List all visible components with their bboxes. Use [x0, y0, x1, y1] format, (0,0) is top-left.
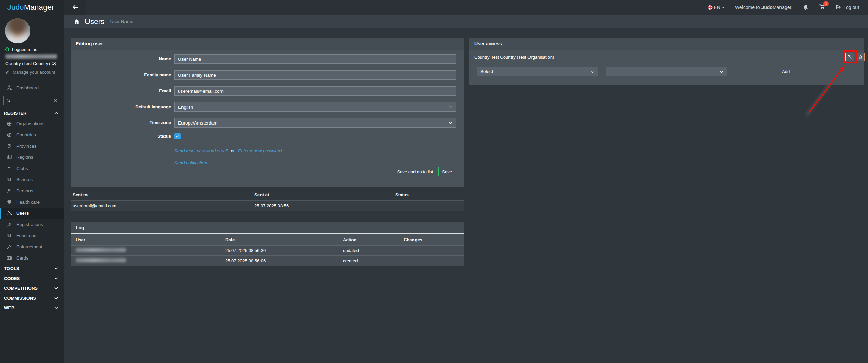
sidebar-item-regions[interactable]: Regions [0, 152, 64, 163]
logout-button[interactable]: Log out [835, 5, 859, 10]
caret-down-icon [721, 6, 725, 9]
name-label: Name [71, 54, 171, 64]
access-secondary-select[interactable] [606, 67, 727, 76]
form-row-status: Status [71, 133, 464, 142]
panel-title: Editing user [71, 38, 464, 50]
user-access-title: User access [469, 38, 864, 50]
topbar: EN Welcome to JudoManager. 1 Log out [86, 0, 868, 15]
table-row: 25.07.2025 08:56:06 created [71, 255, 464, 266]
save-button[interactable]: Save [438, 167, 456, 176]
sidebar-item-users[interactable]: Users [0, 208, 64, 219]
section-competitions[interactable]: COMPETITIONS [0, 283, 64, 293]
search-input[interactable] [13, 98, 52, 103]
graduation-cap-icon [7, 177, 12, 182]
log-title: Log [71, 222, 464, 234]
key-icon [847, 55, 852, 59]
page-title: Users [85, 17, 104, 26]
family-name-field[interactable] [174, 70, 456, 80]
enter-new-password-link[interactable]: Enter a new password [238, 148, 282, 153]
add-access-button[interactable]: Add [778, 67, 791, 76]
form-row-name: Name [71, 54, 464, 64]
switch-organisation-icon[interactable] [52, 61, 57, 66]
back-button[interactable] [64, 0, 86, 15]
status-checkbox[interactable] [174, 133, 181, 139]
sidebar-item-clubs[interactable]: Clubs [0, 163, 64, 174]
sent-emails-table: Sent to Sent at Status useremail@email.c… [71, 189, 464, 211]
logo-manager: Manager [24, 3, 54, 12]
default-language-label: Default language [71, 102, 171, 112]
sidebar-item-functions[interactable]: Functions [0, 230, 64, 241]
cart-button[interactable]: 1 [819, 4, 825, 11]
users-icon [7, 211, 12, 216]
sidebar-item-dashboard[interactable]: Dashboard [0, 82, 64, 93]
redacted-user-email [76, 258, 126, 262]
manage-account-link[interactable]: Manage your account [5, 70, 64, 75]
heart-icon [7, 199, 12, 205]
welcome-text: Welcome to JudoManager. [735, 5, 792, 10]
section-commissions[interactable]: COMMISSIONS [0, 293, 64, 303]
globe-icon [7, 121, 12, 126]
sidebar-item-organisations[interactable]: Organisations [0, 118, 64, 129]
sidebar-item-persons[interactable]: Persons [0, 185, 64, 196]
cart-badge: 1 [823, 1, 829, 6]
form-row-family-name: Family name [71, 70, 464, 80]
id-card-icon [7, 255, 12, 261]
log-panel: Log User Date Action Changes 25.07.2025 … [71, 222, 464, 266]
notification-link-row: Send notification [174, 160, 207, 165]
redacted-user-email [5, 54, 57, 59]
globe-icon [7, 132, 12, 137]
section-web[interactable]: WEB [0, 303, 64, 313]
sidebar-item-enforcement[interactable]: Enforcement [0, 241, 64, 252]
email-field[interactable] [174, 86, 456, 96]
logged-in-as: Logged in as [5, 47, 64, 52]
access-organisation-row: Country Test Country (Test Organisation) [469, 51, 864, 63]
register-nav-list: Organisations Countries Provinces Region… [0, 118, 64, 264]
email-label: Email [71, 86, 171, 96]
sidebar-item-countries[interactable]: Countries [0, 129, 64, 140]
sidebar-item-health-care[interactable]: Health care [0, 196, 64, 208]
send-reset-password-link[interactable]: Send reset password email [174, 148, 228, 153]
clear-search-icon[interactable] [54, 98, 58, 103]
section-tools[interactable]: TOOLS [0, 264, 64, 273]
delete-access-button[interactable] [856, 53, 865, 61]
time-zone-label: Time zone [71, 118, 171, 128]
access-role-select[interactable]: Select [477, 67, 598, 76]
access-rights-key-button[interactable] [845, 53, 854, 61]
redacted-user-email [76, 248, 126, 252]
save-and-go-to-list-button[interactable]: Save and go to list [393, 167, 437, 176]
chevron-down-icon [719, 70, 724, 74]
name-field[interactable] [174, 54, 456, 64]
chevron-down-icon [54, 286, 58, 290]
avatar [5, 18, 30, 43]
uk-flag-icon [708, 5, 713, 10]
language-selector[interactable]: EN [708, 5, 725, 10]
map-marker-icon [7, 144, 12, 149]
breadcrumb-subtitle: User Name [110, 19, 133, 24]
chevron-up-icon [54, 111, 58, 115]
default-language-select[interactable]: English [174, 102, 456, 112]
editing-user-panel: Editing user Name Family name Email Defa… [71, 38, 464, 187]
sidebar-item-registrations[interactable]: Registrations [0, 219, 64, 230]
form-row-time-zone: Time zone Europe/Amsterdam [71, 118, 464, 128]
section-codes[interactable]: CODES [0, 273, 64, 283]
form-row-email: Email [71, 86, 464, 96]
time-zone-select[interactable]: Europe/Amsterdam [174, 118, 456, 128]
password-links: Send reset password email or Enter a new… [174, 148, 282, 153]
chevron-down-icon [54, 266, 58, 271]
send-notification-link[interactable]: Send notification [174, 160, 207, 165]
sidebar-item-provinces[interactable]: Provinces [0, 140, 64, 152]
notifications-bell-icon[interactable] [803, 4, 809, 11]
chevron-down-icon [448, 105, 453, 109]
or-separator: or [231, 149, 235, 153]
search-icon [6, 98, 11, 103]
check-icon [176, 134, 180, 138]
sidebar-search [3, 96, 61, 105]
sent-table-header: Sent to Sent at Status [71, 189, 464, 201]
chevron-down-icon [448, 121, 453, 125]
gavel-icon [7, 244, 12, 249]
sidebar-item-cards[interactable]: Cards [0, 252, 64, 264]
sidebar-item-schools[interactable]: Schools [0, 174, 64, 185]
home-icon[interactable] [74, 18, 80, 25]
section-register[interactable]: REGISTER [0, 109, 64, 117]
user-access-panel: User access Country Test Country (Test O… [469, 38, 864, 85]
